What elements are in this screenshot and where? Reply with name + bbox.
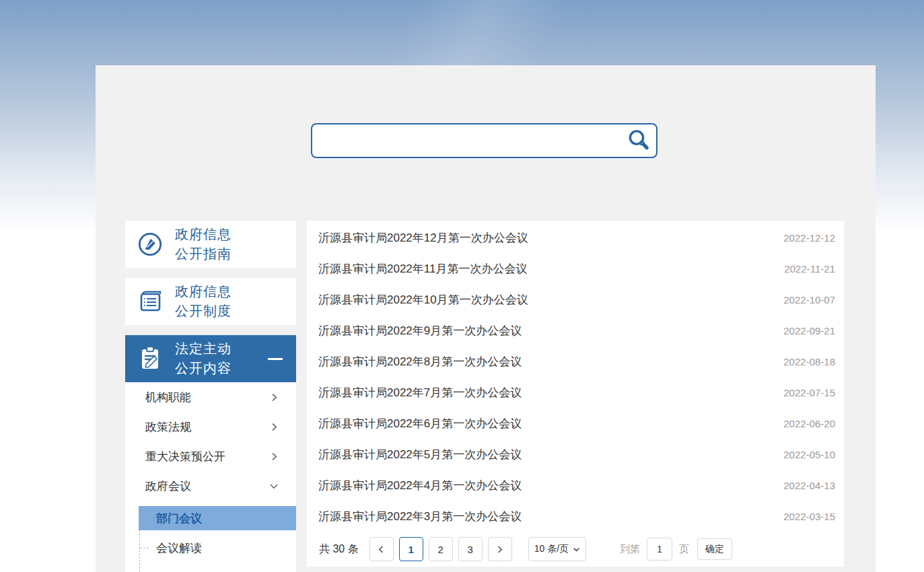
meeting-title-link[interactable]: 沂源县审计局2022年9月第一次办公会议 <box>318 323 522 338</box>
list-item: 沂源县审计局2022年3月第一次办公会议 2022-03-15 <box>307 501 844 532</box>
sidebar-item-disclosure-system[interactable]: 政府信息 公开制度 <box>125 278 296 325</box>
list-item: 沂源县审计局2022年8月第一次办公会议 2022-08-18 <box>307 346 844 377</box>
meeting-date: 2022-03-15 <box>783 511 835 522</box>
meeting-date: 2022-07-15 <box>783 387 835 398</box>
menu-item-government-meetings[interactable]: 政府会议 <box>125 471 296 501</box>
notebook-icon <box>125 289 175 314</box>
meeting-date: 2022-08-18 <box>783 356 835 367</box>
active-section-line1: 法定主动 <box>175 339 232 359</box>
list-item: 沂源县审计局2022年7月第一次办公会议 2022-07-15 <box>307 377 844 408</box>
search-button[interactable] <box>624 126 653 155</box>
meeting-date: 2022-09-21 <box>783 325 835 336</box>
page-size-label: 10 条/页 <box>534 543 569 555</box>
active-section-line2: 公开内容 <box>175 359 232 378</box>
next-page-button[interactable] <box>488 537 512 561</box>
sidebar-item-disclosure-guide[interactable]: 政府信息 公开指南 <box>125 221 296 268</box>
submenu-label: 部门会议 <box>156 511 202 526</box>
chevron-right-icon <box>270 423 279 431</box>
confirm-button[interactable]: 确定 <box>697 538 732 560</box>
list-item: 沂源县审计局2022年5月第一次办公会议 2022-05-10 <box>307 439 844 470</box>
system-label-line1: 政府信息 <box>175 282 232 301</box>
meeting-title-link[interactable]: 沂源县审计局2022年11月第一次办公会议 <box>318 261 527 277</box>
chevron-right-icon <box>270 452 279 461</box>
system-label-line2: 公开制度 <box>175 301 232 321</box>
page: 政府信息 公开指南 政府信息 公开制度 <box>0 0 924 572</box>
list-item: 沂源县审计局2022年11月第一次办公会议 2022-11-21 <box>307 253 844 284</box>
menu-label: 政策法规 <box>145 419 191 435</box>
chevron-right-icon <box>270 393 279 402</box>
total-count-label: 共 30 条 <box>319 542 359 557</box>
meeting-date: 2022-11-21 <box>784 263 835 275</box>
meeting-title-link[interactable]: 沂源县审计局2022年4月第一次办公会议 <box>318 478 522 493</box>
search-icon <box>627 129 651 153</box>
list-item: 沂源县审计局2022年10月第一次办公会议 2022-10-07 <box>307 284 844 315</box>
chevron-right-icon <box>495 545 504 554</box>
search-input[interactable] <box>312 124 624 157</box>
guide-label-line2: 公开指南 <box>175 244 232 264</box>
meeting-title-link[interactable]: 沂源县审计局2022年5月第一次办公会议 <box>318 447 522 462</box>
meeting-date: 2022-06-20 <box>783 418 835 429</box>
clipboard-pencil-icon <box>125 345 175 373</box>
menu-label: 机构职能 <box>145 390 191 405</box>
menu-item-org-functions[interactable]: 机构职能 <box>125 382 296 412</box>
meeting-title-link[interactable]: 沂源县审计局2022年10月第一次办公会议 <box>318 292 528 308</box>
meeting-title-link[interactable]: 沂源县审计局2022年12月第一次办公会议 <box>318 230 528 246</box>
guide-label-line1: 政府信息 <box>175 225 232 244</box>
page-button-3[interactable]: 3 <box>458 537 483 561</box>
list-item: 沂源县审计局2022年12月第一次办公会议 2022-12-12 <box>307 222 844 253</box>
list-item: 沂源县审计局2022年4月第一次办公会议 2022-04-13 <box>307 470 844 501</box>
goto-prefix-label: 到第 <box>620 543 640 556</box>
list-item: 沂源县审计局2022年9月第一次办公会议 2022-09-21 <box>307 315 844 346</box>
meeting-title-link[interactable]: 沂源县审计局2022年6月第一次办公会议 <box>318 416 522 431</box>
page-size-select[interactable]: 10 条/页 <box>528 537 586 561</box>
prev-page-button[interactable] <box>369 537 394 561</box>
pagination-bar: 共 30 条 1 2 3 10 条/页 到第 <box>307 532 844 567</box>
submenu-item-meeting-interpretation[interactable]: 会议解读 <box>125 536 296 560</box>
chevron-left-icon <box>377 545 386 554</box>
meeting-title-link[interactable]: 沂源县审计局2022年8月第一次办公会议 <box>318 354 522 369</box>
meeting-date: 2022-12-12 <box>783 232 835 244</box>
meeting-date: 2022-05-10 <box>783 449 835 460</box>
menu-item-major-decisions[interactable]: 重大决策预公开 <box>125 441 296 471</box>
meeting-date: 2022-10-07 <box>783 294 835 306</box>
menu-label: 政府会议 <box>145 478 191 494</box>
sidebar-item-legal-active-disclosure[interactable]: 法定主动 公开内容 <box>125 335 296 382</box>
goto-page-input[interactable] <box>647 538 672 561</box>
page-button-1[interactable]: 1 <box>399 537 423 561</box>
chevron-down-icon <box>573 546 580 553</box>
meeting-date: 2022-04-13 <box>783 480 835 491</box>
meeting-list-panel: 沂源县审计局2022年12月第一次办公会议 2022-12-12 沂源县审计局2… <box>307 221 844 567</box>
list-item: 沂源县审计局2022年6月第一次办公会议 2022-06-20 <box>307 408 844 439</box>
menu-label: 重大决策预公开 <box>145 449 225 464</box>
goto-suffix-label: 页 <box>679 543 689 556</box>
meeting-title-link[interactable]: 沂源县审计局2022年7月第一次办公会议 <box>318 385 522 400</box>
menu-item-policies[interactable]: 政策法规 <box>125 412 296 441</box>
goto-page-group: 到第 页 确定 <box>620 538 732 561</box>
meeting-title-link[interactable]: 沂源县审计局2022年3月第一次办公会议 <box>318 509 522 524</box>
search-box <box>311 123 658 158</box>
submenu-item-department-meetings[interactable]: 部门会议 <box>139 506 296 530</box>
collapse-minus-icon[interactable] <box>268 358 283 360</box>
compass-icon <box>125 231 175 257</box>
page-button-2[interactable]: 2 <box>429 537 453 561</box>
chevron-down-icon <box>269 482 279 491</box>
sidebar-menu: 机构职能 政策法规 重大决策预公开 政府会议 部门会议 <box>125 382 296 572</box>
submenu-label: 会议解读 <box>156 540 202 556</box>
